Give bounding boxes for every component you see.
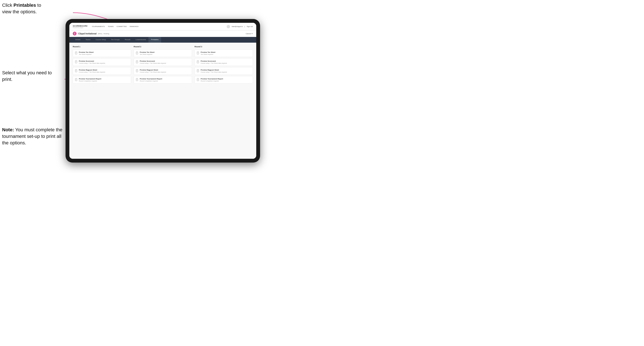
round3-raguzzi-text: Preview Raguzzi Sheet Course setup + Tee… [201,69,227,73]
separator: | [244,25,245,27]
svg-rect-10 [75,69,77,72]
round1-scorecard-card[interactable]: Preview Scorecard Course setup + Tee She… [73,58,131,66]
svg-rect-42 [197,69,199,72]
round-2-title: Round 2 [134,46,192,48]
document-icon [136,69,138,72]
round-3-column: Round 3 Preview Tee Sheet [194,46,253,85]
svg-rect-46 [197,78,199,81]
tournament-name: Clippd Invitational [78,32,96,35]
svg-rect-26 [136,69,138,72]
document-icon [75,60,78,63]
round3-tee-sheet-card[interactable]: Preview Tee Sheet Tee Sheet required [194,49,253,57]
tournament-header: C Clippd Invitational (Men) Hosting Canc… [69,30,256,37]
top-nav-right: blair@clippd.io | Sign out [227,25,253,28]
round-1-column: Round 1 Preview Tee Sheet [73,46,131,85]
tab-results[interactable]: Results [122,37,133,43]
note-label: Note: [2,127,14,132]
printables-keyword: Printables [14,2,36,8]
tab-printables[interactable]: Printables [148,37,161,43]
svg-rect-14 [75,78,77,81]
round1-tee-sheet-card[interactable]: Preview Tee Sheet Tee Sheet required [73,49,131,57]
round3-tee-sheet-text: Preview Tee Sheet Tee Sheet required [201,51,216,55]
round1-scorecard-text: Preview Scorecard Course setup + Tee She… [79,60,105,64]
document-icon [136,78,138,81]
round1-tournament-report-text: Preview Tournament Report Round Completi… [79,78,101,82]
tab-details[interactable]: Details [73,37,83,43]
svg-rect-2 [75,52,77,54]
sign-out-link[interactable]: Sign out [247,25,253,27]
document-icon [75,78,78,81]
nav-committee[interactable]: COMMITTEE [116,25,127,28]
round-1-title: Round 1 [73,46,131,48]
document-icon [197,51,199,54]
user-email: blair@clippd.io [232,25,243,27]
round2-tournament-report-card[interactable]: Preview Tournament Report Round Completi… [134,76,192,84]
svg-rect-30 [136,78,138,81]
document-icon [136,51,138,54]
instruction-bottom: Note: You must complete the tournament s… [2,127,66,146]
round3-scorecard-text: Preview Scorecard Course setup + Tee She… [201,60,227,64]
document-icon [75,69,78,72]
svg-rect-38 [197,61,199,63]
round1-tee-sheet-text: Preview Tee Sheet Tee Sheet required [79,51,94,55]
round1-raguzzi-card[interactable]: Preview Raguzzi Sheet Course setup + Tee… [73,67,131,75]
document-icon [75,51,78,54]
brand: SCOREBOARD Powered by clippd [73,25,88,28]
top-nav-links: TOURNAMENTS TEAMS COMMITTEE RANKINGS [92,25,227,28]
round3-raguzzi-card[interactable]: Preview Raguzzi Sheet Course setup + Tee… [194,67,253,75]
round3-scorecard-card[interactable]: Preview Scorecard Course setup + Tee She… [194,58,253,66]
round3-tournament-report-text: Preview Tournament Report Round Completi… [201,78,223,82]
round-2-column: Round 2 Preview Tee Sheet [134,46,192,85]
round2-raguzzi-text: Preview Raguzzi Sheet Course setup + Tee… [140,69,166,73]
top-nav: SCOREBOARD Powered by clippd TOURNAMENTS… [69,23,256,30]
document-icon [197,78,199,81]
tab-teams[interactable]: Teams [83,37,93,43]
round-3-title: Round 3 [194,46,253,48]
round2-scorecard-text: Preview Scorecard Course setup + Tee She… [140,60,166,64]
round2-tee-sheet-text: Preview Tee Sheet Tee Sheet required [140,51,154,55]
user-avatar [227,25,230,28]
round2-raguzzi-card[interactable]: Preview Raguzzi Sheet Course setup + Tee… [134,67,192,75]
tournament-logo: C [73,32,76,35]
svg-rect-18 [136,52,138,54]
rounds-grid: Round 1 Preview Tee Sheet [73,46,253,85]
document-icon [136,60,138,63]
brand-sub: Powered by clippd [73,27,88,28]
content-area: Round 1 Preview Tee Sheet [69,43,256,159]
round3-tournament-report-card[interactable]: Preview Tournament Report Round Completi… [194,76,253,84]
instruction-top: Click Printables toview the options. [2,2,41,15]
round2-tee-sheet-card[interactable]: Preview Tee Sheet Tee Sheet required [134,49,192,57]
tab-leaderboards[interactable]: Leaderboards [133,37,148,43]
svg-rect-6 [75,61,77,63]
tournament-badge: (Men) [98,33,102,35]
instruction-mid: Select what you need to print. [2,70,61,83]
tab-course-setup[interactable]: Course Setup [93,37,108,43]
nav-rankings[interactable]: RANKINGS [130,25,138,28]
round2-tournament-report-text: Preview Tournament Report Round Completi… [140,78,162,82]
svg-rect-22 [136,61,138,63]
svg-rect-34 [197,52,199,54]
tablet-screen: SCOREBOARD Powered by clippd TOURNAMENTS… [69,23,256,159]
nav-teams[interactable]: TEAMS [108,25,114,28]
tab-tee-groups[interactable]: Tee Groups [108,37,122,43]
tournament-status: Hosting [104,33,109,35]
nav-tournaments[interactable]: TOURNAMENTS [92,25,105,28]
document-icon [197,60,199,63]
tab-bar: Details Teams Course Setup Tee Groups Re… [69,37,256,43]
tablet-frame: SCOREBOARD Powered by clippd TOURNAMENTS… [66,19,260,163]
round2-scorecard-card[interactable]: Preview Scorecard Course setup + Tee She… [134,58,192,66]
brand-title: SCOREBOARD [73,25,88,27]
round1-raguzzi-text: Preview Raguzzi Sheet Course setup + Tee… [79,69,105,73]
cancel-button[interactable]: Cancel ✕ [246,33,253,35]
round1-tournament-report-card[interactable]: Preview Tournament Report Round Completi… [73,76,131,84]
document-icon [197,69,199,72]
